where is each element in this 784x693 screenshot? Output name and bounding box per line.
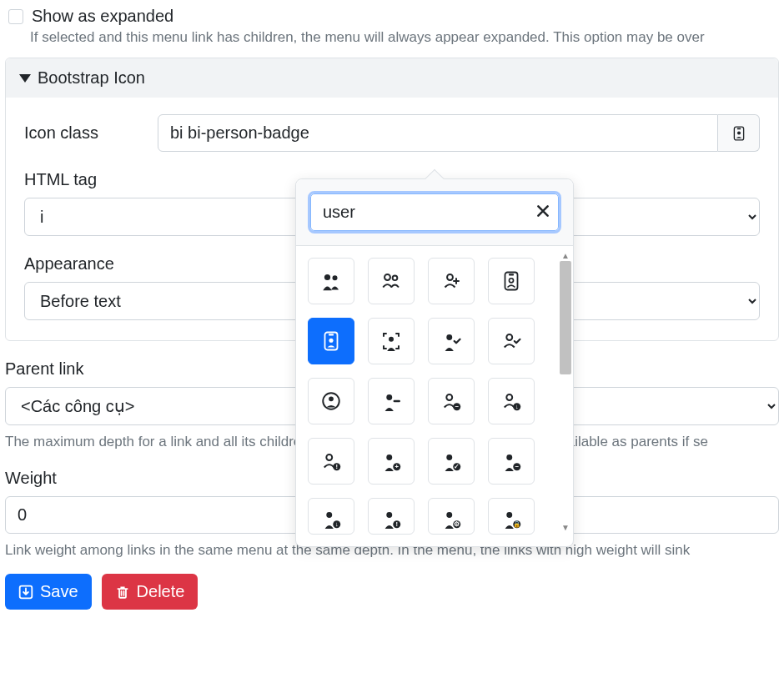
svg-point-2 (736, 131, 740, 134)
icon-option-person-badge-fill[interactable] (308, 318, 354, 364)
icon-option-person-exclamation[interactable]: ! (308, 438, 354, 485)
icon-option-person-fill-check[interactable]: ✓ (428, 438, 475, 485)
svg-rect-1 (736, 128, 741, 129)
svg-text:⚙: ⚙ (454, 520, 460, 528)
svg-point-45 (446, 512, 452, 518)
svg-point-14 (329, 339, 333, 343)
svg-point-39 (326, 512, 332, 518)
icon-option-person-plus[interactable] (428, 258, 475, 304)
svg-text:↓: ↓ (335, 520, 339, 528)
icon-option-person-fill-add[interactable]: + (368, 438, 415, 485)
svg-point-5 (333, 275, 338, 280)
icon-option-people[interactable] (368, 258, 415, 304)
icon-option-person-fill-dash[interactable]: − (488, 438, 535, 485)
icon-option-person-fill-down[interactable]: ↓ (308, 498, 354, 535)
scroll-up-icon: ▲ (560, 249, 571, 261)
icon-search-input[interactable] (310, 193, 559, 231)
show-expanded-help: If selected and this menu link has child… (0, 28, 784, 58)
icon-option-people-fill[interactable] (308, 258, 354, 304)
close-icon (535, 203, 550, 218)
icon-option-person-fill-lock[interactable]: 🔒 (488, 498, 535, 535)
svg-point-21 (446, 394, 452, 400)
svg-point-27 (326, 454, 332, 460)
svg-text:−: − (515, 463, 520, 470)
scroll-down-icon: ▼ (560, 521, 571, 533)
svg-point-7 (393, 275, 398, 280)
icon-option-person-circle[interactable] (308, 378, 354, 424)
panel-title: Bootstrap Icon (38, 68, 145, 88)
caret-down-icon (19, 74, 31, 83)
svg-text:!: ! (396, 520, 399, 528)
svg-point-16 (446, 334, 452, 340)
icon-option-person-check[interactable] (488, 318, 535, 364)
svg-point-4 (324, 274, 330, 280)
svg-point-8 (447, 274, 453, 280)
icon-option-person-fill-gear[interactable]: ⚙ (428, 498, 475, 535)
delete-button[interactable]: Delete (102, 574, 199, 610)
svg-point-48 (506, 512, 512, 518)
svg-text:↓: ↓ (515, 403, 519, 410)
icon-option-person-badge[interactable] (488, 258, 535, 304)
svg-text:!: ! (336, 463, 339, 470)
svg-point-24 (506, 394, 512, 400)
svg-point-19 (329, 396, 334, 401)
icon-option-person-dash[interactable]: − (428, 378, 475, 424)
save-button[interactable]: Save (5, 574, 92, 610)
icon-option-person-fill-exclamation[interactable]: ! (368, 498, 415, 535)
bootstrap-icon-toggle[interactable]: Bootstrap Icon (6, 58, 778, 98)
svg-text:🔒: 🔒 (513, 520, 521, 528)
svg-point-11 (509, 279, 513, 283)
svg-point-30 (386, 454, 392, 460)
svg-text:✓: ✓ (454, 463, 460, 470)
svg-point-42 (386, 512, 392, 518)
svg-text:+: + (395, 463, 400, 470)
icon-grid-scrollbar[interactable]: ▲ ▼ (560, 249, 571, 533)
scroll-thumb[interactable] (560, 261, 571, 374)
person-badge-icon (731, 126, 746, 141)
icon-option-person-bounding-box[interactable] (368, 318, 415, 364)
icon-option-person-down[interactable]: ↓ (488, 378, 535, 424)
svg-point-6 (384, 274, 390, 280)
icon-search-clear[interactable] (535, 203, 550, 222)
icon-class-label: Icon class (24, 123, 124, 143)
show-expanded-checkbox[interactable] (8, 9, 23, 24)
svg-point-17 (506, 334, 512, 340)
svg-point-36 (506, 454, 512, 460)
svg-point-15 (389, 337, 394, 342)
svg-text:−: − (455, 403, 460, 410)
icon-picker-button[interactable] (718, 114, 760, 152)
trash-icon (115, 585, 130, 600)
icon-picker-popover: −↓!+✓−↓!⚙🔒 ▲ ▼ (295, 178, 574, 547)
svg-point-33 (446, 454, 452, 460)
icon-class-input[interactable] (158, 114, 718, 152)
icon-option-person-dash-fill[interactable] (368, 378, 415, 424)
download-box-icon (18, 585, 33, 600)
show-expanded-label: Show as expanded (32, 7, 173, 26)
svg-rect-13 (329, 334, 334, 335)
svg-point-20 (386, 394, 392, 400)
icon-option-person-check-fill[interactable] (428, 318, 475, 364)
svg-rect-10 (509, 274, 514, 275)
